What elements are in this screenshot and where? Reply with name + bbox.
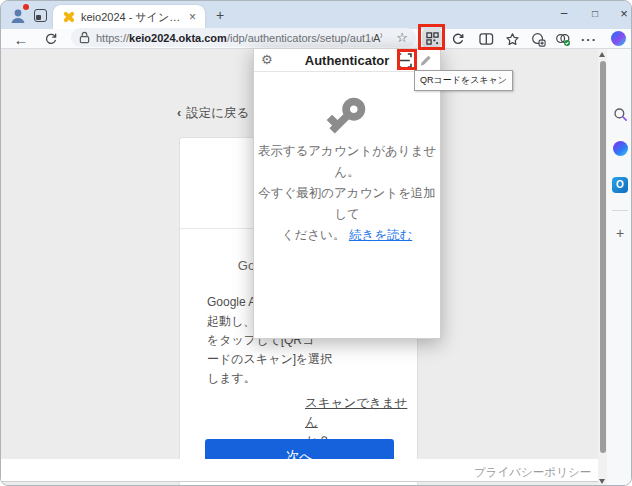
copilot-button[interactable] <box>611 31 626 46</box>
browser-essentials-button[interactable] <box>553 30 573 48</box>
split-screen-icon <box>479 32 494 46</box>
sidebar-add-button[interactable]: + <box>607 225 632 241</box>
minimize-button[interactable]: – <box>547 1 581 27</box>
discover-sphere-icon <box>613 141 628 156</box>
okta-favicon <box>62 11 75 24</box>
browser-essentials-icon <box>555 32 571 47</box>
new-tab-button[interactable]: + <box>211 7 229 25</box>
ellipsis-icon: ··· <box>581 32 597 47</box>
split-screen-button[interactable] <box>476 30 496 48</box>
empty-message-line3: ください。 続きを読む <box>254 225 440 246</box>
empty-message-line2: 今すぐ最初のアカウントを追加して <box>254 183 440 225</box>
browser-toolbar: ← https://keio2024.okta.com/idp/authenti… <box>1 29 632 49</box>
pencil-icon <box>419 54 432 67</box>
page-scrollbar[interactable] <box>598 49 607 486</box>
circular-arrow-icon <box>451 32 465 46</box>
workspaces-icon[interactable] <box>34 9 47 22</box>
tab-close-icon[interactable]: × <box>186 10 199 24</box>
key-icon <box>314 83 379 148</box>
privacy-policy-link[interactable]: プライバシーポリシー <box>474 465 591 480</box>
sync-extension-button[interactable] <box>448 30 468 48</box>
sidebar-search-button[interactable] <box>607 107 632 126</box>
refresh-icon <box>44 32 58 46</box>
empty-message-line3-text: ください。 <box>282 228 346 242</box>
url-domain: keio2024.okta.com <box>129 32 227 44</box>
notification-dot <box>23 4 29 10</box>
edge-sidebar: O + ⚙ <box>607 49 632 486</box>
empty-message-line1: 表示するアカウントがありません。 <box>254 141 440 183</box>
title-bar: keio2024 - サインイン × + – □ × <box>1 1 632 29</box>
instruction-line: ードのスキャン]を選択 <box>207 350 412 369</box>
page-footer: プライバシーポリシー <box>1 459 598 482</box>
empty-state-message: 表示するアカウントがありません。 今すぐ最初のアカウントを追加して ください。 … <box>254 141 440 246</box>
refresh-button[interactable] <box>41 30 61 48</box>
extensions-icon <box>531 32 546 47</box>
sidebar-discover-button[interactable] <box>607 141 632 160</box>
read-aloud-button[interactable]: A) <box>373 32 382 44</box>
sidebar-outlook-button[interactable]: O <box>607 174 632 193</box>
empty-state-illustration <box>254 93 440 143</box>
settings-more-button[interactable]: ··· <box>579 30 599 48</box>
address-bar[interactable]: https://keio2024.okta.com/idp/authentica… <box>71 28 416 47</box>
favorites-button[interactable] <box>502 30 522 48</box>
annotation-box-toolbar <box>418 24 445 50</box>
cant-scan-line1: スキャンできません <box>305 396 407 429</box>
url-scheme: https:// <box>96 32 129 44</box>
close-button[interactable]: × <box>607 1 632 27</box>
outlook-icon: O <box>612 177 628 193</box>
back-to-settings-label: 設定に戻る <box>186 106 249 120</box>
authenticator-extension-popup: ⚙ Authenticator 表示するアカウントがありません。 今すぐ最初のア <box>253 48 441 339</box>
edit-button[interactable] <box>419 53 432 71</box>
lock-icon <box>79 31 90 44</box>
chevron-left-icon: ‹ <box>177 106 181 120</box>
favorite-star-button[interactable]: ☆ <box>396 30 408 45</box>
back-button[interactable]: ← <box>11 30 31 48</box>
tab-title: keio2024 - サインイン <box>81 10 186 25</box>
browser-tab[interactable]: keio2024 - サインイン × <box>53 5 205 29</box>
instruction-line: します。 <box>207 369 412 388</box>
url-text: https://keio2024.okta.com/idp/authentica… <box>96 32 373 44</box>
back-to-settings-link[interactable]: ‹設定に戻る <box>177 105 249 122</box>
url-path: /idp/authenticators/setup/aut1q45aj6gm0J… <box>227 32 373 44</box>
extensions-button[interactable] <box>528 30 548 48</box>
scrollbar-thumb[interactable] <box>600 61 606 453</box>
scan-qr-tooltip: QRコードをスキャン <box>414 70 513 91</box>
read-more-link[interactable]: 続きを読む <box>349 228 412 242</box>
scroll-down-arrow[interactable] <box>599 479 605 484</box>
sidebar-divider <box>612 210 628 211</box>
profile-avatar[interactable] <box>8 6 28 26</box>
search-icon <box>613 107 628 122</box>
annotation-box-scan <box>397 49 417 70</box>
back-arrow-icon: ← <box>14 31 29 48</box>
scroll-up-arrow[interactable] <box>599 52 605 57</box>
favorites-star-icon <box>505 32 520 47</box>
browser-window: keio2024 - サインイン × + – □ × ← https://kei… <box>0 0 632 486</box>
